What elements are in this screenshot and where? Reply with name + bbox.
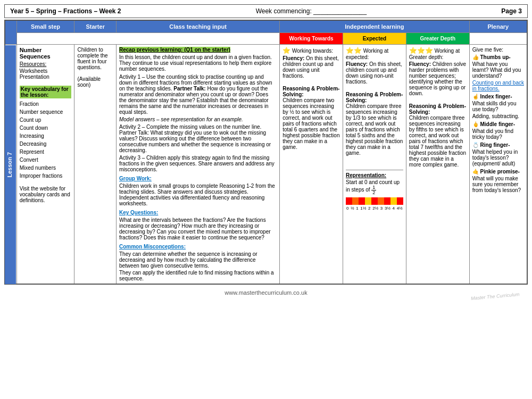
th-small-step: Small step: [16, 20, 74, 33]
week-commencing: Week commencing: _______________: [256, 7, 367, 15]
working-rp: Children compare two sequences increasin…: [282, 97, 340, 150]
working-fluency-label: Fluency:: [282, 55, 304, 61]
th-starter: Starter: [74, 20, 117, 33]
key-vocab-label: Key vocabulary for the lesson:: [20, 86, 72, 98]
activity2-text: Activity 2 – Complete the missing values…: [119, 124, 277, 153]
resource-worksheets: Worksheets: [20, 68, 72, 74]
working-rp-label: Reasoning & Problem-Solving:: [282, 86, 339, 97]
recap-label: Recap previous learning: (Q1 on the star…: [119, 47, 230, 53]
pinkie-icon: 🤙: [472, 169, 479, 174]
th-plenary: Plenary: [469, 20, 527, 33]
th-class-teaching: Class teaching input: [116, 20, 279, 33]
pinkie-label: Pinkie promise-: [480, 169, 519, 174]
ring-label: Ring finger-: [480, 142, 510, 148]
group-text: Children work in small groups to complet…: [119, 183, 277, 206]
starter-available: (Available soon): [77, 76, 113, 88]
starter-cell: Children to complete the fluent in four …: [74, 45, 117, 285]
plenary-q3: What did you find tricky today?: [472, 128, 524, 140]
th-lesson-num: [5, 20, 16, 45]
resources-label: Resources:: [20, 61, 72, 67]
plenary-q1: What have you learnt? What did you under…: [472, 61, 524, 79]
th-independent: Independent learning: [280, 20, 470, 33]
thumb-icon: 👍: [472, 54, 479, 60]
counting-link: Counting on and back in fractions.: [472, 80, 524, 92]
index-label: Index finger-: [480, 94, 512, 99]
lesson-number-label: Lesson 7: [5, 45, 16, 285]
expected-fluency-label: Fluency:: [346, 61, 368, 67]
watermark: Master The Curriculum: [471, 292, 520, 301]
th-greater-depth: Greater Depth: [406, 33, 469, 45]
recap-text: In this lesson, the children count up an…: [119, 54, 277, 72]
misc1-text: They can determine whether the sequence …: [119, 251, 277, 269]
misconceptions-label: Common Misconceptions:: [119, 244, 186, 250]
th-working-towards: Working Towards: [280, 33, 343, 45]
plenary-q4: What helped you in today's lesson? (equi…: [472, 149, 524, 167]
greater-depth-cell: ⭐⭐⭐ Working at Greater depth: Fluency: C…: [406, 45, 469, 285]
key-q-text: What are the intervals between the fract…: [119, 217, 277, 240]
greater-rp-label: Reasoning & Problem-Solving:: [409, 103, 466, 115]
small-step-cell: Number Sequences Resources: Worksheets P…: [16, 45, 74, 285]
group-label: Group Work:: [119, 176, 152, 181]
activity1-text: Activity 1 – Use the counting stick to p…: [119, 74, 277, 115]
visit-text: Visit the website for vocabulary cards a…: [20, 186, 72, 203]
plenary-intro: Give me five:: [472, 47, 524, 53]
expected-cell: ⭐⭐ Working at expected: Fluency: On this…: [343, 45, 406, 285]
resource-presentation: Presentation: [20, 74, 72, 80]
misc2-text: They can apply the identified rule to fi…: [119, 270, 277, 281]
starter-text: Children to complete the fluent in four …: [77, 47, 113, 70]
greater-rp: Children compare three sequences increas…: [409, 115, 467, 168]
middle-icon: 🖕: [472, 121, 479, 127]
th-expected: Expected: [343, 33, 406, 45]
working-header: Working towards:: [292, 48, 333, 54]
plenary-q2: What skills did you use today?: [472, 101, 524, 112]
footer-url: www.masterthecurriculum.co.uk: [225, 289, 307, 296]
greater-fluency-label: Fluency:: [409, 61, 431, 67]
expected-rp-label: Reasoning & Problem-Solving:: [346, 92, 403, 103]
representation-text: Start at 0 and count up in steps of 1 2: [346, 179, 403, 195]
doc-title: Year 5 – Spring – Fractions – Week 2: [10, 7, 121, 15]
plenary-q5: What will you make sure you remember fro…: [472, 176, 524, 193]
page-number: Page 3: [501, 7, 522, 15]
middle-label: Middle finger-: [480, 121, 515, 127]
plenary-cell: Give me five: 👍 Thumbs up- What have you…: [469, 45, 527, 285]
key-q-label: Key Questions:: [119, 210, 158, 215]
model-text: Model answers – see representation for a…: [119, 117, 277, 122]
expected-rp: Children compare three sequences increas…: [346, 103, 403, 156]
vocab-list: FractionNumber sequenceCount upCount dow…: [20, 100, 72, 180]
plenary-a2: Adding, subtracting.: [472, 113, 524, 119]
teaching-cell: Recap previous learning: (Q1 on the star…: [116, 45, 279, 285]
representation-label: Representation:: [346, 172, 403, 178]
lesson-title: Number Sequences: [20, 47, 72, 60]
thumb-label: Thumbs up-: [480, 54, 510, 60]
index-icon: ☝: [472, 94, 479, 99]
ring-icon: 💍: [472, 142, 479, 148]
working-towards-cell: ⭐ Working towards: Fluency: On this shee…: [280, 45, 343, 285]
activity3-text: Activity 3 – Children apply this strateg…: [119, 155, 277, 172]
